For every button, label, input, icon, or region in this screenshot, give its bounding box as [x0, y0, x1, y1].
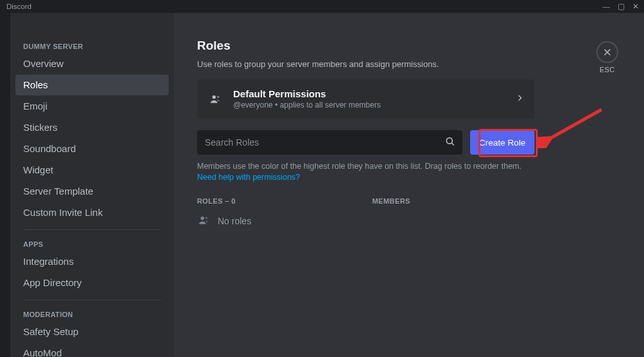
sidebar-separator: [23, 300, 161, 300]
search-input[interactable]: [197, 130, 462, 155]
default-permissions-title: Default Permissions: [233, 88, 505, 99]
svg-point-3: [201, 217, 204, 220]
guild-rail: [0, 13, 10, 357]
members-column-label: MEMBERS: [372, 197, 410, 205]
svg-point-1: [217, 95, 220, 98]
app-name-label: Discord: [6, 3, 32, 10]
maximize-icon[interactable]: ▢: [618, 2, 625, 11]
window-titlebar: Discord — ▢ ✕: [0, 0, 644, 13]
sidebar-item-overview[interactable]: Overview: [15, 53, 169, 74]
sidebar-item-custom-invite-link[interactable]: Custom Invite Link: [15, 202, 169, 223]
sidebar-separator: [23, 229, 161, 230]
search-icon: [444, 136, 456, 150]
svg-point-4: [205, 217, 208, 219]
close-icon[interactable]: ✕: [632, 2, 639, 11]
permissions-help-link[interactable]: Need help with permissions?: [197, 173, 300, 182]
members-icon: [197, 214, 210, 229]
default-permissions-subtitle: @everyone • applies to all server member…: [233, 101, 505, 110]
roles-empty-state: No roles: [197, 214, 535, 229]
default-permissions-text: Default Permissions @everyone • applies …: [233, 88, 505, 110]
create-role-label: Create Role: [479, 138, 526, 148]
sidebar-item-widget[interactable]: Widget: [15, 160, 169, 180]
roles-column-label: ROLES – 0: [197, 197, 372, 205]
annotation-arrow-icon: [537, 103, 608, 148]
sidebar-item-roles[interactable]: Roles: [15, 75, 169, 95]
window-controls: — ▢ ✕: [603, 2, 639, 11]
minimize-icon[interactable]: —: [603, 3, 611, 10]
create-role-button[interactable]: Create Role: [470, 130, 535, 155]
no-roles-label: No roles: [218, 216, 251, 226]
sidebar-item-automod[interactable]: AutoMod: [15, 343, 169, 357]
settings-sidebar: DUMMY SERVER Overview Roles Emoji Sticke…: [10, 13, 174, 357]
page-title: Roles: [197, 39, 535, 53]
search-roles-field[interactable]: [197, 130, 462, 155]
server-name-heading: DUMMY SERVER: [15, 39, 169, 53]
sidebar-item-safety-setup[interactable]: Safety Setup: [15, 322, 169, 342]
sidebar-heading-moderation: MODERATION: [15, 307, 169, 321]
sidebar-item-integrations[interactable]: Integrations: [15, 251, 169, 272]
sidebar-item-app-directory[interactable]: App Directory: [15, 273, 169, 293]
sidebar-item-emoji[interactable]: Emoji: [15, 96, 169, 117]
settings-main: ESC Roles Use roles to group your server…: [174, 13, 644, 357]
close-settings-button[interactable]: ESC: [596, 41, 618, 73]
roles-columns-header: ROLES – 0 MEMBERS: [197, 197, 535, 205]
page-subtitle: Use roles to group your server members a…: [197, 59, 535, 69]
sidebar-item-server-template[interactable]: Server Template: [15, 181, 169, 202]
sidebar-heading-apps: APPS: [15, 236, 169, 251]
svg-point-0: [213, 95, 216, 99]
svg-point-2: [446, 138, 452, 144]
chevron-right-icon: [515, 93, 524, 104]
sidebar-item-stickers[interactable]: Stickers: [15, 117, 169, 138]
svg-line-5: [549, 110, 601, 139]
esc-label: ESC: [596, 66, 618, 73]
sidebar-item-soundboard[interactable]: Soundboard: [15, 139, 169, 159]
default-permissions-card[interactable]: Default Permissions @everyone • applies …: [197, 79, 535, 119]
helper-text: Members use the color of the highest rol…: [197, 161, 535, 183]
members-icon: [207, 92, 223, 107]
close-icon: [596, 41, 618, 63]
